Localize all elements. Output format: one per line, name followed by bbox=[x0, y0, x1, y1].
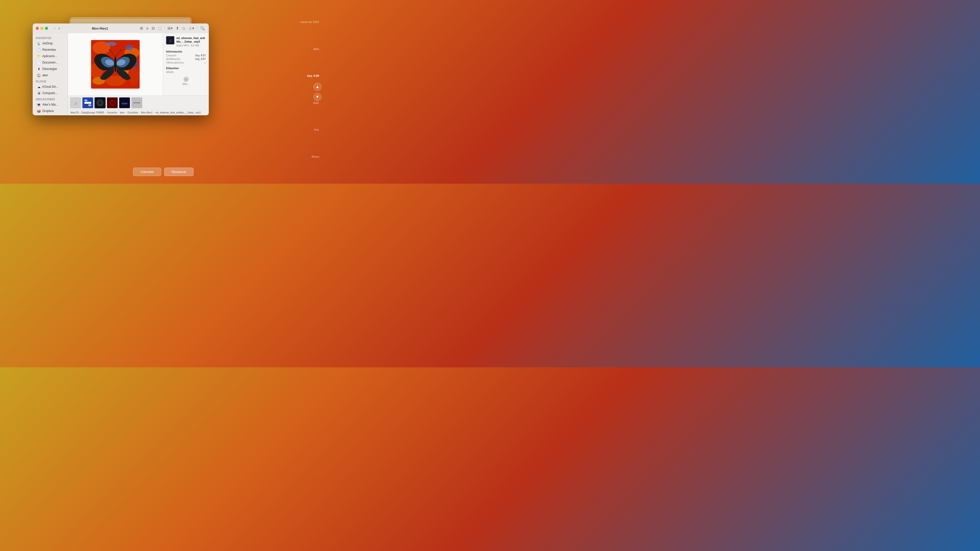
sidebar-item-airdrop-label: AirDrop bbox=[42, 41, 53, 45]
add-tag-field[interactable]: Añadir... bbox=[166, 71, 206, 73]
mac-icon: 💻 bbox=[37, 103, 41, 106]
tags-section-title: Etiquetas bbox=[166, 67, 206, 70]
sidebar-item-downloads[interactable]: ⬇ Descargas bbox=[34, 66, 67, 72]
preview-area: ♪ ed_sheeran_feat_antitila_-_2step_.mp3 … bbox=[68, 33, 209, 95]
modification-row: Modificación hoy, 4:07 bbox=[166, 58, 206, 60]
group-btn[interactable]: ⊞▾ bbox=[167, 25, 173, 31]
path-item-3[interactable]: Escritorio bbox=[127, 111, 139, 114]
sidebar-item-downloads-label: Descargas bbox=[42, 67, 57, 71]
sidebar-item-airdrop[interactable]: 📡 AirDrop bbox=[34, 40, 67, 46]
path-item-1[interactable]: Usuarios bbox=[107, 111, 118, 114]
timeline-date-4: Ayer bbox=[313, 101, 319, 104]
svg-text:♪: ♪ bbox=[74, 100, 77, 106]
thumb-5[interactable]: EDM bbox=[119, 97, 130, 108]
sidebar-item-mac[interactable]: 💻 Alex's Ma... bbox=[34, 102, 67, 108]
restore-button[interactable]: Restaurar bbox=[164, 168, 193, 176]
thumb-6[interactable] bbox=[131, 97, 142, 108]
creation-value: hoy, 4:07 bbox=[196, 54, 206, 57]
path-item-0[interactable]: MacOS - Data@snap-749895 bbox=[70, 111, 105, 114]
svg-text:♪: ♪ bbox=[169, 38, 171, 43]
shared-icon: 🖥 bbox=[37, 91, 41, 95]
maximize-button[interactable] bbox=[45, 27, 48, 30]
file-name-info: ed_sheeran_feat_antitila_-_2step_.mp3 Au… bbox=[177, 36, 206, 47]
thumb-3[interactable] bbox=[94, 97, 106, 108]
svg-point-10 bbox=[107, 42, 117, 46]
sidebar-item-apps[interactable]: 📁 Aplicacio... bbox=[34, 53, 67, 59]
cancel-button[interactable]: Cancelar bbox=[133, 168, 161, 176]
time-machine-controls: ▲ ▼ bbox=[313, 83, 321, 101]
sidebar-item-shared[interactable]: 🖥 Comparti... bbox=[34, 90, 67, 96]
tm-up-button[interactable]: ▲ bbox=[313, 83, 321, 91]
last-open-label: Última apertura bbox=[166, 61, 183, 64]
sidebar-item-docs[interactable]: 📄 Documen... bbox=[34, 59, 67, 65]
dropbox-icon: 📦 bbox=[37, 109, 41, 113]
path-item-5[interactable]: ed_sheeran_feat_antitila_-_2step_.mp3 bbox=[155, 111, 201, 114]
svg-rect-27 bbox=[88, 104, 91, 106]
svg-point-14 bbox=[109, 49, 110, 51]
sidebar-item-google-drive[interactable]: ▫ Google D... bbox=[34, 114, 67, 115]
sidebar-item-shared-label: Comparti... bbox=[42, 91, 57, 95]
thumb-4[interactable] bbox=[107, 97, 118, 108]
divider-2 bbox=[197, 26, 197, 30]
thumb-2[interactable] bbox=[82, 97, 94, 108]
main-panel: ♪ ed_sheeran_feat_antitila_-_2step_.mp3 … bbox=[68, 33, 209, 115]
toolbar-tools: ⊞ ≡ ⊟ ⬚ ⊞▾ ⬆ ◇ ☺▾ 🔍 bbox=[139, 25, 206, 31]
info-section-title: Información bbox=[166, 50, 206, 53]
sidebar-item-recientes[interactable]: 🕐 Recientes bbox=[34, 47, 67, 53]
icloud-icon: ☁ bbox=[37, 85, 41, 89]
path-item-4[interactable]: Mov-files1 bbox=[141, 111, 153, 114]
search-button[interactable]: 🔍 bbox=[199, 25, 206, 31]
timeline-date-3: hoy, 4:09 bbox=[307, 74, 319, 77]
modification-label: Modificación bbox=[166, 58, 180, 60]
file-name-text: ed_sheeran_feat_antitila_-_2step_.mp3 bbox=[177, 36, 206, 44]
sidebar-section-locations: Ubicaciones bbox=[33, 97, 68, 101]
path-item-2[interactable]: alex bbox=[119, 111, 125, 114]
tag-btn[interactable]: ◇ bbox=[181, 25, 186, 31]
path-bar: MacOS - Data@snap-749895 › Usuarios › al… bbox=[68, 110, 209, 115]
last-open-row: Última apertura -- bbox=[166, 61, 206, 64]
view-column-btn[interactable]: ⊟ bbox=[151, 25, 156, 31]
more-label: Más... bbox=[183, 83, 189, 86]
emoji-btn[interactable]: ☺▾ bbox=[188, 25, 195, 31]
sidebar-item-alex-label: alex bbox=[42, 73, 48, 77]
tm-down-button[interactable]: ▼ bbox=[313, 93, 321, 101]
view-icon-btn[interactable]: ⊞ bbox=[139, 25, 144, 31]
info-panel: ♪ ed_sheeran_feat_antitila_-_2step_.mp3 … bbox=[163, 33, 209, 95]
close-button[interactable] bbox=[36, 27, 39, 30]
sidebar-item-icloud-drive[interactable]: ☁ iCloud Dri... bbox=[34, 84, 67, 90]
docs-icon: 📄 bbox=[37, 60, 41, 65]
last-open-value: -- bbox=[204, 61, 206, 64]
timeline-date-1: marzo de 2023 bbox=[301, 21, 319, 24]
view-gallery-btn[interactable]: ⬚ bbox=[157, 25, 162, 31]
svg-point-34 bbox=[111, 102, 114, 104]
thumb-1[interactable]: ♪ bbox=[70, 97, 81, 108]
minimize-button[interactable] bbox=[40, 27, 43, 30]
thumbnail-strip: ♪ bbox=[68, 95, 209, 110]
timeline-date-6: Ahora bbox=[312, 155, 319, 158]
sidebar-item-alex[interactable]: 🏠 alex bbox=[34, 72, 67, 78]
alex-icon: 🏠 bbox=[37, 73, 41, 77]
file-header: ♪ ed_sheeran_feat_antitila_-_2step_.mp3 … bbox=[166, 36, 206, 47]
sidebar-item-mac-label: Alex's Ma... bbox=[42, 103, 58, 106]
finder-window: ‹ › Mov-files1 ⊞ ≡ ⊟ ⬚ ⊞▾ ⬆ ◇ ☺▾ 🔍 Favor… bbox=[33, 24, 209, 115]
file-grid[interactable] bbox=[68, 33, 163, 95]
svg-text:EDM: EDM bbox=[122, 102, 127, 105]
creation-row: Creación hoy, 4:07 bbox=[166, 54, 206, 57]
titlebar: ‹ › Mov-files1 ⊞ ≡ ⊟ ⬚ ⊞▾ ⬆ ◇ ☺▾ 🔍 bbox=[33, 24, 209, 33]
sidebar-section-icloud: iCloud bbox=[33, 79, 68, 83]
sidebar-item-recientes-label: Recientes bbox=[42, 48, 56, 52]
view-list-btn[interactable]: ≡ bbox=[145, 26, 149, 31]
sidebar-item-icloud-label: iCloud Dri... bbox=[42, 85, 59, 89]
file-thumbnail: ♪ bbox=[166, 36, 174, 44]
file-type-text: Audio MP3 · 6,6 MB bbox=[177, 44, 206, 47]
sidebar-item-dropbox[interactable]: 📦 Dropbox bbox=[34, 108, 67, 114]
airdrop-icon: 📡 bbox=[37, 41, 41, 45]
share-btn[interactable]: ⬆ bbox=[175, 25, 180, 31]
more-button-wrap: Más... bbox=[166, 76, 206, 86]
file-preview-image bbox=[91, 40, 140, 89]
more-circle-button[interactable] bbox=[183, 76, 189, 82]
creation-label: Creación bbox=[166, 54, 177, 57]
divider-1 bbox=[164, 26, 165, 30]
forward-button[interactable]: › bbox=[57, 25, 61, 31]
back-button[interactable]: ‹ bbox=[53, 25, 56, 31]
